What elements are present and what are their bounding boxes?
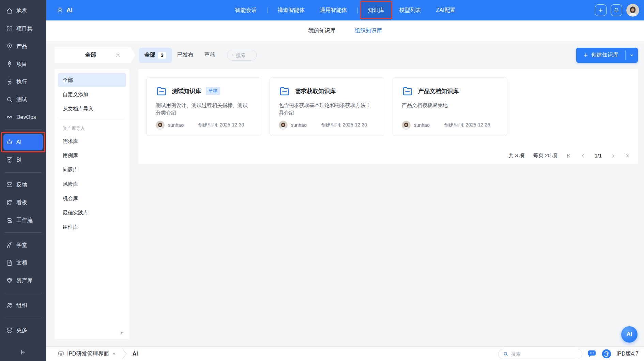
sidebar-item-bi[interactable]: BI [3,152,43,168]
filter-item-requirement-lib[interactable]: 需求库 [58,134,126,148]
toolbar-tab-label: 草稿 [204,51,215,59]
sidebar-item-assetlib[interactable]: 资产库 [3,272,43,289]
breadcrumb-current-app[interactable]: AI [133,351,138,357]
sidebar-collapse-button[interactable] [0,346,46,358]
filter-item-bestpractice-lib[interactable]: 最佳实践库 [58,206,126,220]
filter-collapse-button[interactable] [119,330,125,336]
sidebar-item-label: 测试 [16,96,27,103]
close-icon[interactable] [115,52,127,58]
nav-item-zentao-agents[interactable]: 禅道智能体 [271,0,312,20]
content-area: 全部 全部 自定义添加 从文档库导入 资产库导入 需求库 用例库 问题库 风险库… [46,41,644,346]
collapse-left-icon [20,349,27,356]
filter-item-risk-lib[interactable]: 风险库 [58,177,126,191]
sidebar-item-kanban[interactable]: 看板 [3,194,43,211]
add-button[interactable] [595,4,607,16]
sidebar-item-project[interactable]: 项目 [3,56,43,72]
filter-item-custom-add[interactable]: 自定义添加 [58,88,126,101]
sidebar-item-feedback[interactable]: 反馈 [3,177,43,193]
nav-item-model-list[interactable]: 模型列表 [393,0,428,20]
nav-label: 模型列表 [399,7,421,14]
first-page-button[interactable] [566,153,571,159]
version-label: IPD版4.7 [616,350,639,358]
filter-item-component-lib[interactable]: 组件库 [58,220,126,234]
create-knowledge-base-button[interactable]: 创建知识库 [576,48,638,63]
tab-org-knowledge[interactable]: 组织知识库 [355,27,382,34]
nav-item-knowledge-base[interactable]: 知识库 [361,0,391,20]
sidebar-item-more[interactable]: 更多 [3,322,43,339]
sidebar-item-tutoring[interactable]: 学堂 [3,237,43,253]
sidebar-divider [5,130,42,130]
created-date: 创建时间: 2025-12-30 [321,122,367,128]
toolbar-tab-draft[interactable]: 草稿 [199,48,221,63]
notifications-button[interactable] [611,4,622,16]
global-search-input[interactable] [511,351,578,357]
toolbar-tab-published[interactable]: 已发布 [172,48,199,63]
sidebar-item-label: AI [16,139,21,145]
card-header: 需求获取知识库 [279,85,375,97]
toolbar-search-input[interactable] [236,52,252,58]
pagination-per-page[interactable]: 每页 20 项 [533,152,557,159]
knowledge-card[interactable]: 产品文档知识库 产品文档模板聚集地 sunhao 创建时间: 2025-12-2… [393,77,507,136]
sidebar-item-label: 项目集 [16,25,33,32]
pagination-total: 共 3 项 [508,152,524,159]
workspace-switcher[interactable]: IPD研发管理界面 [46,350,116,358]
folder-icon [402,85,413,97]
sidebar-item-doc[interactable]: 文档 [3,255,43,271]
sidebar-item-label: BI [16,157,21,163]
author-avatar [402,121,411,130]
card-title: 产品文档知识库 [418,87,459,95]
prev-page-button[interactable] [580,153,586,159]
last-page-button[interactable] [625,153,630,159]
search-icon [231,52,234,58]
create-button-main[interactable]: 创建知识库 [576,48,625,63]
sidebar-item-workflow[interactable]: 工作流 [3,212,43,228]
filter-item-issue-lib[interactable]: 问题库 [58,163,126,177]
filter-item-import-doc[interactable]: 从文档库导入 [58,102,126,116]
sidebar-item-devops[interactable]: DevOps [3,109,43,125]
sidebar: 地盘 项目集 产品 项目 执行 测试 DevOps AI BI 反馈 [0,0,46,361]
create-button-dropdown[interactable] [626,48,638,63]
nav-label: 智能会话 [235,7,257,14]
next-page-button[interactable] [611,153,616,159]
sidebar-item-label: 产品 [16,43,27,50]
teacher-icon [6,241,13,249]
workspace-label: IPD研发管理界面 [67,350,109,358]
filter-item-usecase-lib[interactable]: 用例库 [58,149,126,162]
nav-item-general-agents[interactable]: 通用智能体 [313,0,354,20]
diamond-icon [6,277,13,284]
count-badge: 3 [158,52,166,59]
sidebar-item-admin[interactable]: 组织 [3,297,43,314]
filter-item-opportunity-lib[interactable]: 机会库 [58,192,126,205]
sidebar-item-label: 资产库 [16,277,33,284]
nav-item-smart-chat[interactable]: 智能会话 [228,0,264,20]
zentao-logo[interactable] [601,349,612,359]
user-avatar[interactable] [626,4,639,17]
ai-assistant-float-button[interactable]: AI [621,326,638,343]
sidebar-item-execution[interactable]: 执行 [3,74,43,90]
topbar: 智能会话 禅道智能体 通用智能体 知识库 模型列表 ZAI配置 AI [46,0,644,20]
sidebar-item-home[interactable]: 地盘 [3,3,43,19]
search-icon [503,351,508,357]
nav-label: 通用智能体 [320,7,347,14]
feedback-chat-button[interactable] [587,350,597,358]
topbar-nav: 智能会话 禅道智能体 通用智能体 知识库 模型列表 ZAI配置 [46,0,644,20]
pagination: 共 3 项 每页 20 项 1/1 [508,152,630,159]
author-name: sunhao [168,122,184,128]
filter-header-tab[interactable]: 全部 [55,47,136,63]
sidebar-item-label: 看板 [16,199,27,206]
toolbar-search[interactable] [227,50,257,61]
author-name: sunhao [291,122,307,128]
sidebar-divider [5,232,42,233]
global-search[interactable] [498,349,582,359]
tab-my-knowledge[interactable]: 我的知识库 [308,27,336,34]
knowledge-card[interactable]: 需求获取知识库 包含需求获取基本理论和需求获取方法工具介绍 sunhao 创建时… [270,77,384,136]
filter-item-all[interactable]: 全部 [58,73,126,87]
knowledge-card[interactable]: 测试知识库 草稿 测试用例设计、测试过程相关指标、测试分类介绍 sunhao 创… [147,77,261,136]
sidebar-item-qa[interactable]: 测试 [3,91,43,108]
sidebar-item-label: 执行 [16,78,27,86]
sidebar-item-product[interactable]: 产品 [3,38,43,55]
sidebar-item-ai[interactable]: AI [3,134,43,150]
sidebar-item-program[interactable]: 项目集 [3,20,43,37]
toolbar-tab-all[interactable]: 全部 3 [139,48,172,63]
nav-item-zai-config[interactable]: ZAI配置 [429,0,462,20]
